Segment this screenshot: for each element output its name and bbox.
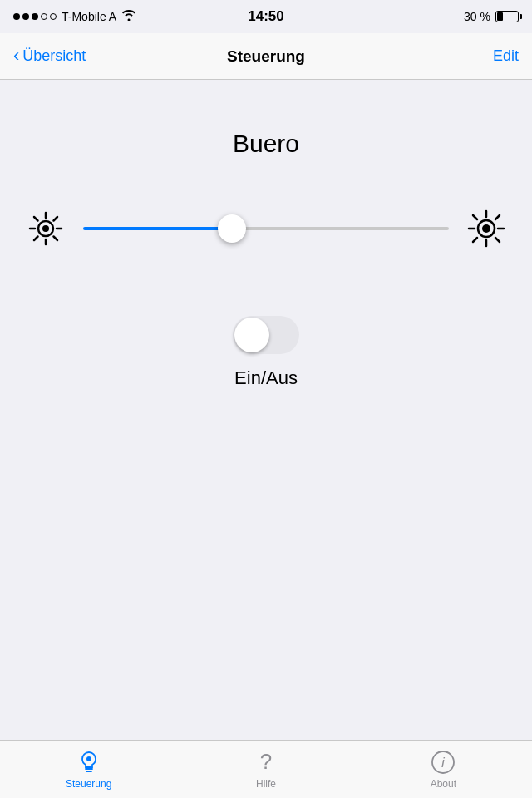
svg-point-1 (42, 225, 49, 232)
dot-1 (13, 13, 20, 20)
on-off-toggle[interactable] (233, 316, 299, 354)
signal-dots (13, 13, 57, 20)
toggle-thumb (234, 318, 269, 352)
tab-bar: Steuerung ? Hilfe i About (0, 740, 532, 798)
back-label: Übersicht (22, 47, 86, 65)
battery-fill (497, 12, 503, 21)
hilfe-tab-label: Hilfe (256, 778, 276, 790)
svg-line-19 (473, 238, 477, 242)
svg-line-6 (34, 217, 38, 221)
toggle-section: Ein/Aus (233, 316, 299, 389)
nav-bar: ‹ Übersicht Steuerung Edit (0, 33, 532, 80)
back-arrow-icon: ‹ (13, 45, 19, 66)
svg-line-8 (54, 217, 58, 221)
battery-percent: 30 % (464, 10, 490, 23)
dot-3 (32, 13, 38, 20)
steuerung-icon (76, 750, 101, 775)
svg-line-9 (34, 237, 38, 241)
svg-text:?: ? (260, 751, 272, 774)
main-content: Buero (0, 80, 532, 740)
svg-point-22 (86, 756, 91, 761)
steuerung-tab-label: Steuerung (66, 778, 111, 790)
tab-steuerung[interactable]: Steuerung (0, 750, 177, 790)
slider-section (0, 208, 532, 249)
svg-line-7 (54, 237, 58, 241)
hilfe-icon: ? (254, 750, 278, 775)
wifi-icon (121, 9, 136, 24)
brightness-slider[interactable] (83, 227, 449, 230)
battery-icon (495, 11, 519, 22)
edit-button[interactable]: Edit (493, 47, 519, 65)
page-title: Steuerung (227, 47, 305, 66)
svg-text:i: i (441, 755, 446, 771)
status-right: 30 % (464, 10, 519, 23)
dot-2 (22, 13, 29, 20)
back-button[interactable]: ‹ Übersicht (13, 47, 86, 66)
toggle-label: Ein/Aus (234, 367, 298, 389)
tab-about[interactable]: i About (355, 750, 532, 790)
status-left: T-Mobile A (13, 9, 136, 24)
tab-hilfe[interactable]: ? Hilfe (177, 750, 354, 790)
svg-line-17 (495, 238, 500, 242)
status-bar: T-Mobile A 14:50 30 % (0, 0, 532, 33)
about-icon: i (431, 750, 456, 775)
dot-5 (50, 13, 57, 20)
sun-small-icon (25, 208, 66, 249)
status-time: 14:50 (248, 8, 283, 25)
carrier-label: T-Mobile A (62, 10, 116, 23)
svg-point-11 (482, 224, 490, 233)
dot-4 (41, 13, 47, 20)
svg-line-18 (495, 215, 500, 219)
about-tab-label: About (431, 778, 456, 790)
brightness-slider-wrapper[interactable] (83, 212, 449, 245)
room-title: Buero (233, 130, 299, 158)
svg-line-16 (473, 215, 477, 219)
sun-large-icon (466, 208, 507, 249)
